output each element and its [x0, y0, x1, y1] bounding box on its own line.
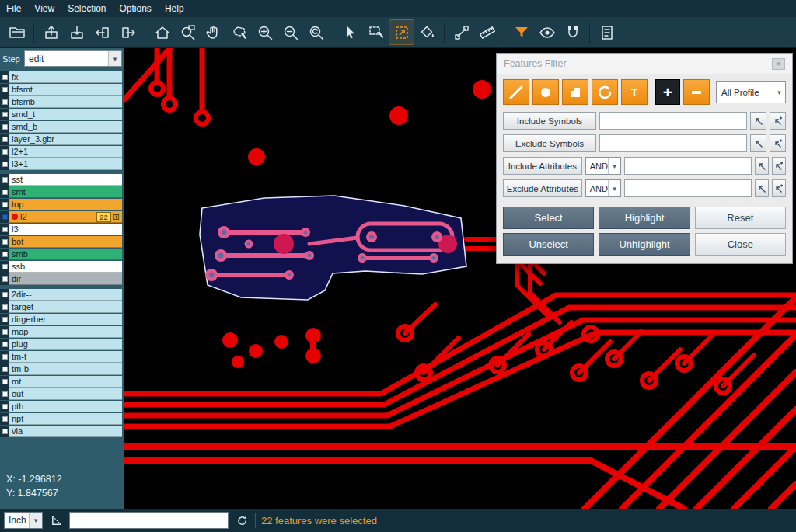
layer-row-target[interactable]: target [0, 301, 122, 313]
layer-checkbox[interactable] [2, 124, 8, 130]
pick-symbol-icon[interactable] [750, 112, 766, 130]
layer-row-dir[interactable]: dir [0, 273, 122, 285]
home-icon[interactable] [150, 20, 174, 44]
layer-label[interactable]: bfsmb [9, 96, 122, 108]
menu-file[interactable]: File [6, 3, 30, 14]
import-right-icon[interactable] [116, 20, 140, 44]
pick-attribute-add-icon[interactable] [772, 179, 786, 197]
exclude-attributes-logic-dropdown[interactable]: AND ▾ [585, 179, 621, 197]
layer-row-bfsmb[interactable]: bfsmb [0, 96, 122, 108]
menu-view[interactable]: View [34, 3, 63, 14]
layer-row-tm-t[interactable]: tm-t [0, 351, 122, 363]
layer-row-bfsmt[interactable]: bfsmt [0, 84, 122, 96]
layer-label[interactable]: target [9, 301, 122, 313]
import-left-icon[interactable] [90, 20, 114, 44]
pick-symbol-icon[interactable] [750, 134, 766, 152]
layer-row-out[interactable]: out [0, 388, 122, 400]
layer-row-dirgerber[interactable]: dirgerber [0, 314, 122, 325]
layer-checkbox[interactable] [2, 99, 8, 105]
layer-label[interactable]: dir [9, 273, 122, 285]
add-icon[interactable]: + [655, 79, 680, 105]
layer-checkbox[interactable] [2, 342, 8, 347]
layer-label[interactable]: plug [9, 339, 122, 350]
fill-icon[interactable] [415, 20, 439, 44]
pick-attribute-icon[interactable] [755, 179, 769, 197]
layer-row-fx[interactable]: fx [0, 71, 122, 83]
layer-label[interactable]: sst [9, 174, 122, 186]
layer-checkbox[interactable] [2, 202, 8, 207]
layer-checkbox[interactable] [2, 416, 8, 422]
step-dropdown[interactable]: edit ▾ [24, 50, 122, 67]
import-down-icon[interactable] [65, 20, 89, 44]
layer-label[interactable]: bot [9, 236, 122, 248]
arc-icon[interactable] [592, 79, 618, 105]
layer-checkbox[interactable] [2, 354, 8, 360]
command-input[interactable] [69, 512, 229, 529]
layer-checkbox[interactable] [2, 264, 8, 269]
layer-row-pth[interactable]: pth [0, 401, 122, 412]
layer-label[interactable]: bfsmt [9, 84, 122, 96]
refresh-icon[interactable] [234, 513, 250, 528]
magnet-icon[interactable] [560, 20, 585, 44]
layer-label[interactable]: smd_t [9, 109, 122, 120]
layer-label[interactable]: 2dir-- [9, 289, 122, 301]
layer-checkbox[interactable] [2, 429, 8, 434]
layer-label[interactable]: smd_b [9, 121, 122, 133]
exclude-attributes-input[interactable] [624, 179, 752, 197]
layer-row-l2+1[interactable]: l2+1 [0, 146, 122, 158]
layer-label[interactable]: layer_3.gbr [9, 134, 122, 145]
layer-row-mt[interactable]: mt [0, 376, 122, 388]
layer-label[interactable]: pth [9, 401, 122, 412]
exclude-symbols-input[interactable] [599, 134, 747, 152]
pick-symbol-add-icon[interactable] [770, 112, 786, 130]
layer-label[interactable]: l3 [9, 224, 122, 235]
area-select-icon[interactable] [364, 20, 388, 44]
include-attributes-button[interactable]: Include Attributes [503, 157, 582, 175]
layer-checkbox[interactable] [2, 227, 8, 232]
layer-row-map[interactable]: map [0, 326, 122, 338]
layer-checkbox[interactable] [2, 391, 8, 397]
layer-row-smt[interactable]: smt [0, 186, 122, 198]
layer-row-l3+1[interactable]: l3+1 [0, 158, 122, 170]
layer-row-sst[interactable]: sst [0, 174, 122, 186]
menu-options[interactable]: Options [120, 3, 160, 14]
include-symbols-button[interactable]: Include Symbols [503, 112, 596, 130]
layer-checkbox[interactable] [2, 317, 8, 322]
layer-row-bot[interactable]: bot [0, 236, 122, 248]
layer-row-2dir--[interactable]: 2dir-- [0, 289, 122, 301]
layer-checkbox[interactable] [2, 292, 8, 297]
text-icon[interactable]: T [621, 79, 648, 105]
layer-row-smd_t[interactable]: smd_t [0, 109, 122, 120]
layer-row-ssb[interactable]: ssb [0, 261, 122, 273]
surface-icon[interactable] [562, 79, 588, 105]
layer-label[interactable]: top [9, 199, 122, 210]
layer-row-tm-b[interactable]: tm-b [0, 363, 122, 375]
reset-button[interactable]: Reset [695, 207, 786, 229]
layer-label[interactable]: map [9, 326, 122, 338]
pad-circle-icon[interactable] [532, 79, 559, 105]
pick-attribute-add-icon[interactable] [772, 157, 786, 175]
layer-checkbox[interactable] [2, 149, 8, 155]
close-button[interactable]: Close [695, 233, 786, 256]
layer-checkbox[interactable] [2, 276, 8, 282]
layer-row-smb[interactable]: smb [0, 249, 122, 260]
feature-select-icon[interactable] [389, 20, 414, 44]
layer-label[interactable]: l222⊞ [9, 211, 122, 223]
layer-label[interactable]: npt [9, 413, 122, 425]
highlight-button[interactable]: Highlight [599, 207, 690, 229]
layer-row-smd_b[interactable]: smd_b [0, 121, 122, 133]
profile-dropdown[interactable]: All Profile ▾ [716, 81, 786, 103]
open-folder-icon[interactable] [5, 20, 29, 44]
zoom-out-icon[interactable] [278, 20, 302, 44]
layer-label[interactable]: smt [9, 186, 122, 198]
layer-checkbox[interactable] [2, 329, 8, 335]
layer-checkbox[interactable] [2, 367, 8, 372]
dialog-close-button[interactable]: × [772, 58, 785, 70]
layer-label[interactable]: out [9, 388, 122, 400]
dialog-titlebar[interactable]: Features Filter × [497, 54, 792, 74]
include-symbols-input[interactable] [599, 112, 747, 130]
zoom-refresh-icon[interactable] [304, 20, 328, 44]
layer-label[interactable]: smb [9, 249, 122, 260]
zoom-window-icon[interactable] [176, 20, 200, 44]
pick-attribute-icon[interactable] [755, 157, 769, 175]
